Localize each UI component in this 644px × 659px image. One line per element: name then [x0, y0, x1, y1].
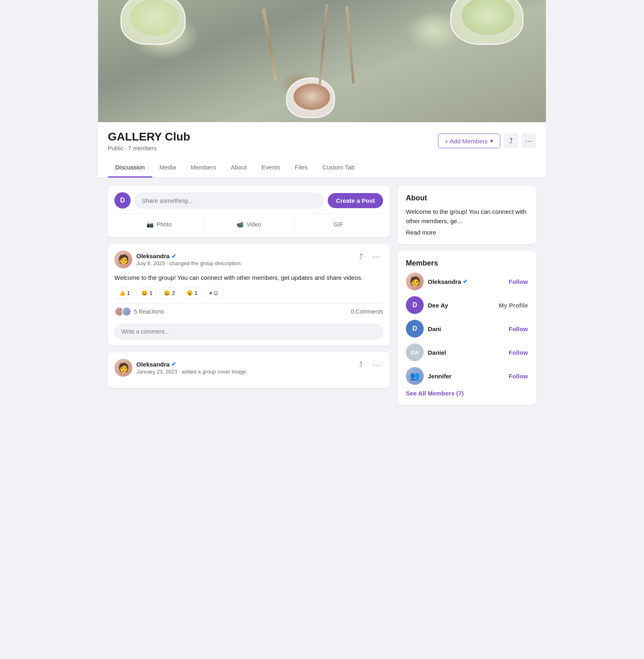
post-card-1: 🧑 Oleksandra ✔ July 8, 2023 · changed th…: [108, 244, 390, 346]
nav-tabs: Discussion Media Members About Events Fi…: [98, 158, 546, 178]
chevron-down-icon: ▾: [490, 137, 493, 145]
member-name-jennifer: Jennifer: [428, 373, 505, 380]
share-icon: ⤴: [509, 137, 513, 145]
more-options-button[interactable]: ⋯: [521, 134, 536, 148]
post-author-name-2: Oleksandra ✔: [136, 361, 248, 368]
member-avatar-dee: D: [406, 296, 424, 314]
follow-button-daniel[interactable]: Follow: [509, 349, 528, 356]
member-info-daniel: Daniel: [428, 349, 505, 356]
verified-icon-2: ✔: [171, 361, 176, 367]
create-post-top: D Create a Post: [114, 192, 383, 209]
post-author-info-2: Oleksandra ✔ January 23, 2023 · added a …: [136, 361, 248, 375]
reactions-count-1: 5 Reactions: [114, 307, 164, 316]
member-name-oleksandra: Oleksandra ✔: [428, 278, 505, 285]
follow-button-jennifer[interactable]: Follow: [509, 373, 528, 380]
sidebar-column: About Welcome to the group! You can conn…: [398, 186, 536, 405]
follow-button-dani[interactable]: Follow: [509, 325, 528, 332]
member-item-jennifer: 👥 Jennifer Follow: [406, 367, 528, 385]
create-post-button[interactable]: Create a Post: [328, 193, 383, 208]
comments-count-1: 0 Comments: [351, 308, 383, 315]
post-author-2: 🧑 Oleksandra ✔ January 23, 2023 · added …: [114, 359, 248, 377]
cover-photo: [98, 0, 546, 122]
more-icon: ⋯: [525, 136, 532, 145]
tab-events[interactable]: Events: [254, 158, 287, 178]
read-more-link[interactable]: Read more: [406, 229, 436, 236]
add-reaction-button[interactable]: +☺: [204, 288, 224, 299]
tab-discussion[interactable]: Discussion: [108, 158, 152, 178]
mini-avatar-2: [122, 307, 131, 316]
member-avatar-daniel: DA: [406, 343, 424, 361]
post-avatar-2: 🧑: [114, 359, 132, 377]
reactions-row-1: 👍 1 😄 1 😀 2 😮 1 +☺: [114, 288, 383, 299]
post-meta-2: January 23, 2023 · added a group cover i…: [136, 369, 248, 375]
verified-icon-oleksandra: ✔: [463, 278, 468, 285]
reaction-laugh[interactable]: 😄 1: [137, 288, 157, 299]
post-header-2: 🧑 Oleksandra ✔ January 23, 2023 · added …: [114, 359, 383, 377]
reaction-thumbs-up[interactable]: 👍 1: [114, 288, 134, 299]
tab-media[interactable]: Media: [152, 158, 184, 178]
post-header-actions-1: ⤴ ⋯: [356, 250, 383, 263]
feed-column: D Create a Post 📷 Photo 📹 Video: [108, 186, 390, 405]
post-input[interactable]: [135, 193, 324, 209]
post-actions-bar: 📷 Photo 📹 Video GIF: [114, 213, 383, 231]
see-all-members-button[interactable]: See All Members (7): [406, 390, 464, 397]
add-members-button[interactable]: + Add Members ▾: [438, 134, 500, 148]
group-meta: Public · 7 members: [108, 145, 190, 152]
main-content: D Create a Post 📷 Photo 📹 Video: [98, 178, 546, 413]
add-members-label: + Add Members: [445, 138, 488, 145]
reaction-smile[interactable]: 😀 2: [159, 288, 179, 299]
video-label: Video: [247, 221, 261, 228]
members-title: Members: [406, 259, 528, 268]
post-avatar-1: 🧑: [114, 250, 132, 268]
share-button[interactable]: ⤴: [504, 134, 518, 148]
post-author-info-1: Oleksandra ✔ July 8, 2023 · changed the …: [136, 253, 242, 266]
tab-about[interactable]: About: [223, 158, 254, 178]
share-post-button-2[interactable]: ⤴: [356, 359, 366, 371]
member-avatar-dani: D: [406, 320, 424, 338]
gif-label: GIF: [334, 221, 343, 228]
group-actions: + Add Members ▾ ⤴ ⋯: [438, 134, 536, 148]
reaction-wow[interactable]: 😮 1: [182, 288, 202, 299]
member-info-jennifer: Jennifer: [428, 373, 505, 380]
post-meta-1: July 8, 2023 · changed the group descrip…: [136, 260, 242, 266]
about-card: About Welcome to the group! You can conn…: [398, 186, 536, 244]
more-post-button-2[interactable]: ⋯: [369, 359, 383, 371]
my-profile-button[interactable]: My Profile: [499, 302, 528, 309]
share-post-button-1[interactable]: ⤴: [356, 250, 366, 263]
about-title: About: [406, 194, 528, 202]
group-name: GALLERY Club: [108, 130, 190, 143]
camera-icon: 📷: [147, 221, 153, 228]
post-author-name-1: Oleksandra ✔: [136, 253, 242, 259]
photo-button[interactable]: 📷 Photo: [114, 218, 204, 231]
reactions-total-1: 5 Reactions: [134, 308, 164, 315]
post-card-2: 🧑 Oleksandra ✔ January 23, 2023 · added …: [108, 352, 390, 388]
create-post-box: D Create a Post 📷 Photo 📹 Video: [108, 186, 390, 237]
member-item-dee: D Dee Ay My Profile: [406, 296, 528, 314]
more-post-button-1[interactable]: ⋯: [369, 250, 383, 263]
member-avatar-jennifer: 👥: [406, 367, 424, 385]
member-avatar-oleksandra: 🧑: [406, 272, 424, 290]
post-content-1: Welcome to the group! You can connect wi…: [114, 273, 383, 283]
tab-files[interactable]: Files: [287, 158, 315, 178]
current-user-avatar: D: [114, 192, 131, 209]
post-stats-1: 5 Reactions 0 Comments: [114, 303, 383, 320]
group-title-section: GALLERY Club Public · 7 members: [108, 130, 190, 152]
post-header-1: 🧑 Oleksandra ✔ July 8, 2023 · changed th…: [114, 250, 383, 268]
members-card: Members 🧑 Oleksandra ✔ Foll: [398, 251, 536, 405]
mini-avatars-1: [114, 307, 131, 316]
member-name-dani: Dani: [428, 325, 505, 332]
comment-input-1[interactable]: [114, 324, 383, 339]
tab-custom[interactable]: Custom Tab: [315, 158, 362, 178]
photo-label: Photo: [157, 221, 172, 228]
member-item-dani: D Dani Follow: [406, 320, 528, 338]
member-info-dee: Dee Ay: [428, 302, 495, 309]
video-button[interactable]: 📹 Video: [204, 218, 293, 231]
video-icon: 📹: [237, 221, 243, 228]
gif-button[interactable]: GIF: [294, 218, 383, 231]
follow-button-oleksandra[interactable]: Follow: [509, 278, 528, 285]
about-text: Welcome to the group! You can connect wi…: [406, 207, 528, 226]
member-name-daniel: Daniel: [428, 349, 505, 356]
tab-members[interactable]: Members: [183, 158, 223, 178]
post-header-actions-2: ⤴ ⋯: [356, 359, 383, 371]
member-info-oleksandra: Oleksandra ✔: [428, 278, 505, 285]
